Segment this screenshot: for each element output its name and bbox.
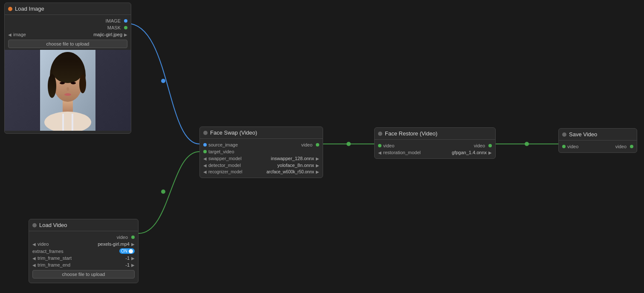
trim-end-value: -1 bbox=[72, 262, 130, 267]
recognizer-left-arrow[interactable]: ◀ bbox=[203, 169, 207, 174]
video-out-dot-faceswap[interactable] bbox=[316, 143, 319, 146]
svg-rect-16 bbox=[62, 114, 64, 131]
save-video-header: Save Video bbox=[559, 129, 637, 141]
face-swap-node: Face Swap (Video) source_image video tar… bbox=[199, 126, 323, 178]
save-video-label: video bbox=[567, 144, 578, 149]
trim-end-right-arrow[interactable]: ▶ bbox=[131, 263, 135, 267]
save-video-in-dot[interactable] bbox=[562, 145, 566, 148]
video-field-left-arrow[interactable]: ◀ bbox=[32, 242, 36, 247]
image-field-label: image bbox=[13, 32, 26, 37]
recognizer-value: arcface_w600k_r50.onnx bbox=[244, 169, 315, 174]
swapper-right-arrow[interactable]: ▶ bbox=[316, 156, 319, 161]
detector-right-arrow[interactable]: ▶ bbox=[316, 163, 319, 168]
svg-rect-17 bbox=[72, 114, 73, 131]
mask-port-dot[interactable] bbox=[124, 26, 127, 29]
svg-point-1 bbox=[161, 190, 165, 194]
trim-start-left-arrow[interactable]: ◀ bbox=[32, 256, 36, 261]
target-video-in-dot[interactable] bbox=[203, 150, 207, 153]
trim-end-left-arrow[interactable]: ◀ bbox=[32, 263, 36, 267]
svg-point-13 bbox=[71, 82, 76, 84]
image-field-right-arrow[interactable]: ▶ bbox=[124, 32, 127, 37]
target-video-label: target_video bbox=[208, 149, 234, 154]
face-restore-title: Face Restore (Video) bbox=[385, 130, 437, 137]
recognizer-right-arrow[interactable]: ▶ bbox=[316, 169, 319, 174]
image-field-value: majic-girl.jpeg bbox=[28, 32, 122, 37]
restore-video-out-dot[interactable] bbox=[488, 144, 492, 147]
face-swap-header: Face Swap (Video) bbox=[200, 127, 323, 139]
save-video-out-label: video bbox=[615, 144, 627, 149]
source-image-in-dot[interactable] bbox=[203, 143, 207, 146]
video-field-right-arrow[interactable]: ▶ bbox=[131, 242, 135, 247]
save-video-title: Save Video bbox=[569, 131, 597, 138]
extract-frames-label: extract_frames bbox=[32, 249, 64, 254]
svg-point-15 bbox=[64, 93, 71, 96]
face-swap-title: Face Swap (Video) bbox=[210, 129, 257, 136]
thumbnail-svg bbox=[40, 50, 95, 131]
source-image-label: source_image bbox=[208, 142, 238, 147]
save-video-node: Save Video video video bbox=[558, 128, 637, 153]
save-video-row: video video bbox=[559, 143, 637, 150]
restore-video-in-dot[interactable] bbox=[378, 144, 381, 147]
svg-point-0 bbox=[161, 79, 165, 83]
trim-end-row: ◀ trim_frame_end -1 ▶ bbox=[29, 261, 138, 268]
restoration-value: gfpgan_1.4.onnx bbox=[422, 150, 487, 155]
svg-point-3 bbox=[525, 142, 529, 146]
image-field-left-arrow[interactable]: ◀ bbox=[8, 32, 12, 37]
trim-start-right-arrow[interactable]: ▶ bbox=[131, 256, 135, 261]
load-video-upload-btn[interactable]: choose file to upload bbox=[32, 270, 135, 279]
detector-left-arrow[interactable]: ◀ bbox=[203, 163, 207, 168]
load-video-status-dot bbox=[32, 223, 37, 227]
toggle-on-label: ON bbox=[121, 249, 127, 253]
svg-point-9 bbox=[52, 57, 83, 83]
load-video-title: Load Video bbox=[39, 222, 67, 228]
mask-out-port: MASK bbox=[5, 24, 131, 31]
recognizer-model-row: ◀ recognizer_model arcface_w600k_r50.onn… bbox=[200, 169, 323, 175]
video-field-label: video bbox=[38, 241, 49, 247]
load-image-header: Load Image bbox=[5, 3, 131, 15]
swapper-left-arrow[interactable]: ◀ bbox=[203, 156, 207, 161]
trim-start-row: ◀ trim_frame_start -1 ▶ bbox=[29, 255, 138, 261]
image-field-row: ◀ image majic-girl.jpeg ▶ bbox=[5, 31, 131, 38]
detector-label: detector_model bbox=[208, 163, 241, 168]
target-video-row: target_video bbox=[200, 148, 323, 155]
load-video-node: Load Video video ◀ video pexels-girl.mp4… bbox=[29, 219, 139, 283]
restoration-right-arrow[interactable]: ▶ bbox=[488, 150, 492, 155]
save-video-out-dot[interactable] bbox=[630, 145, 633, 148]
detector-model-row: ◀ detector_model yoloface_8n.onnx ▶ bbox=[200, 162, 323, 169]
video-out-label: video bbox=[117, 235, 128, 240]
load-video-header: Load Video bbox=[29, 219, 138, 231]
image-thumbnail bbox=[5, 50, 131, 131]
image-port-dot[interactable] bbox=[124, 19, 127, 23]
restore-video-row: video video bbox=[375, 142, 495, 149]
extract-frames-toggle[interactable]: ON bbox=[119, 248, 135, 254]
svg-point-10 bbox=[48, 74, 56, 98]
restoration-model-row: ◀ restoration_model gfpgan_1.4.onnx ▶ bbox=[375, 149, 495, 156]
svg-point-2 bbox=[347, 142, 351, 146]
face-restore-node: Face Restore (Video) video video ◀ resto… bbox=[374, 127, 496, 159]
load-image-node: Load Image IMAGE MASK ◀ image majic-girl… bbox=[4, 3, 131, 134]
swapper-value: inswapper_128.onnx bbox=[243, 156, 314, 161]
restoration-left-arrow[interactable]: ◀ bbox=[378, 150, 381, 155]
video-out-dot[interactable] bbox=[131, 236, 135, 239]
face-restore-header: Face Restore (Video) bbox=[375, 128, 495, 140]
trim-end-label: trim_frame_end bbox=[38, 262, 70, 267]
node-status-dot bbox=[8, 7, 12, 11]
video-field-value: pexels-girl.mp4 bbox=[50, 241, 130, 247]
video-out-port: video bbox=[29, 234, 138, 241]
recognizer-label: recognizer_model bbox=[208, 169, 243, 174]
face-restore-status-dot bbox=[378, 132, 382, 136]
face-swap-status-dot bbox=[203, 131, 208, 135]
restoration-label: restoration_model bbox=[383, 150, 421, 155]
load-image-title: Load Image bbox=[15, 6, 44, 12]
extract-frames-row: extract_frames ON bbox=[29, 247, 138, 255]
source-image-row: source_image video bbox=[200, 141, 323, 148]
load-image-upload-btn[interactable]: choose file to upload bbox=[8, 40, 127, 48]
restore-video-out-label: video bbox=[474, 143, 485, 148]
video-field-row: ◀ video pexels-girl.mp4 ▶ bbox=[29, 241, 138, 247]
swapper-label: swapper_model bbox=[208, 156, 242, 161]
swapper-model-row: ◀ swapper_model inswapper_128.onnx ▶ bbox=[200, 155, 323, 162]
svg-point-14 bbox=[66, 87, 69, 91]
restore-video-label: video bbox=[383, 143, 394, 148]
trim-start-label: trim_frame_start bbox=[38, 256, 72, 261]
toggle-circle bbox=[129, 249, 133, 253]
